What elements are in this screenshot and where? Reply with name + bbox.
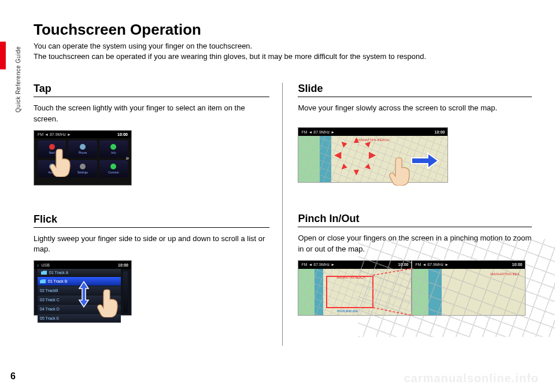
intro-text: You can operate the system using your fi… (34, 41, 532, 62)
pinch-after: MANHATTAN BEA FM ◄ 87.9MHz ► 10:00 (412, 260, 526, 316)
intro-line: The touchscreen can be operated if you a… (34, 51, 532, 62)
folder-icon (40, 279, 46, 283)
left-column: Tap Touch the screen lightly with your f… (34, 83, 281, 346)
map-label: MANHATTAN BEA (490, 272, 519, 276)
column-divider (282, 83, 283, 346)
tile-label: Info (111, 151, 116, 154)
section-desc: Touch the screen lightly with your finge… (34, 103, 269, 124)
hand-slide-icon (388, 156, 413, 186)
section-pinch: Pinch In/Out Open or close your fingers … (298, 213, 532, 315)
hand-flick-icon (97, 287, 121, 317)
list-item: 04 Track D (40, 307, 60, 311)
status-time: 10:00 (117, 132, 128, 136)
slide-direction-icon (410, 152, 439, 172)
section-desc: Move your finger slowly across the scree… (298, 103, 532, 121)
status-band: FM ◄ 87.9MHz ► (38, 132, 71, 136)
section-heading: Tap (34, 83, 269, 97)
list-item: 01 Track A (49, 271, 68, 275)
status-time: 10:00 (118, 263, 128, 267)
section-flick: Flick Lightly sweep your finger side to … (34, 213, 269, 318)
tile-label: Settings (77, 171, 88, 174)
status-time: 10:00 (512, 262, 523, 267)
chevron-right-icon: » (125, 154, 129, 161)
section-desc: Lightly sweep your finger side to side o… (34, 234, 269, 254)
screenshot-slide: MANHATTAN BEACH FM ◄ 87.9MHz ► 10:00 ▲▼◀… (298, 127, 448, 183)
section-heading: Slide (298, 83, 532, 97)
section-slide: Slide Move your finger slowly across the… (298, 83, 532, 185)
source-label: USB (42, 263, 50, 267)
list-item: 01 Track B (48, 279, 67, 283)
music-icon: ♪ (37, 263, 39, 267)
status-time: 10:00 (435, 130, 445, 134)
list-item: 03 Track C (40, 298, 60, 302)
page-title: Touchscreen Operation (34, 21, 532, 39)
scrollbar (123, 271, 128, 313)
section-heading: Flick (34, 213, 269, 228)
section-tab (0, 42, 6, 69)
status-band: FM ◄ 87.9MHz ► (301, 130, 335, 134)
status-band: FM ◄ 87.9MHz ► (415, 262, 449, 267)
page-content: Touchscreen Operation You can operate th… (34, 21, 532, 346)
street-label: HIGHLAND AVE (337, 309, 358, 313)
status-band: FM ◄ 87.9MHz ► (301, 262, 335, 267)
flick-arrows-icon (77, 280, 91, 310)
list-item: 02 TrackB (40, 289, 58, 293)
intro-line: You can operate the system using your fi… (34, 41, 532, 51)
screenshot-tap: FM ◄ 87.9MHz ► 10:00 Navi Phone Info Aud… (34, 130, 132, 186)
right-column: Slide Move your finger slowly across the… (284, 83, 532, 346)
tile-label: Connect (108, 171, 119, 174)
folder-up-icon (41, 271, 47, 275)
watermark: carmanualsonline.info (404, 372, 539, 385)
section-tap: Tap Touch the screen lightly with your f… (34, 83, 269, 185)
tile-label: Phone (79, 151, 87, 154)
screenshot-pinch: MANHATTAN BEACH HIGHLAND AVE FM ◄ 87.9MH… (298, 260, 532, 316)
page-number: 6 (10, 371, 16, 382)
hand-tap-icon (49, 147, 73, 177)
sidebar-label: Quick Reference Guide (15, 46, 21, 112)
section-heading: Pinch In/Out (298, 213, 532, 227)
screenshot-flick: ♪USB 10:00 01 Track A 01 Track B 02 Trac… (34, 260, 132, 316)
list-item: 05 Track E (40, 316, 59, 320)
